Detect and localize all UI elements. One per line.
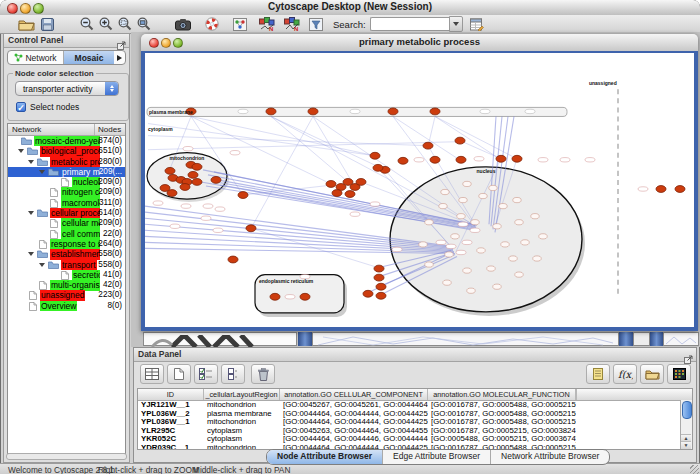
graph-node-small[interactable] <box>439 203 447 208</box>
graph-node-small[interactable] <box>539 234 547 239</box>
background-window-gap[interactable] <box>633 332 650 346</box>
graph-node-small[interactable] <box>471 220 479 225</box>
save-session-button[interactable] <box>41 16 54 32</box>
graph-node-small[interactable] <box>521 240 529 245</box>
select-all-attributes-button[interactable] <box>194 364 218 384</box>
select-nodes-checkbox[interactable]: ✓ <box>16 102 26 112</box>
graph-node-small[interactable] <box>479 193 487 198</box>
graph-node-small[interactable] <box>419 242 427 247</box>
expand-arrow-icon[interactable] <box>28 211 34 215</box>
graph-node[interactable] <box>456 156 466 163</box>
graph-node-small[interactable] <box>467 288 475 293</box>
graph-node[interactable] <box>180 184 190 191</box>
graph-node[interactable] <box>398 157 408 164</box>
graph-node[interactable] <box>423 142 433 149</box>
zoom-in-button[interactable] <box>99 16 113 32</box>
background-window-edge[interactable] <box>298 332 312 346</box>
tree-row[interactable]: secretion41(0) <box>8 270 125 280</box>
tree-row[interactable]: Overview8(0) <box>8 301 125 311</box>
tree-row[interactable]: cellular metabo209(0) <box>8 218 125 228</box>
graph-node-small[interactable] <box>509 256 517 261</box>
graph-node-small[interactable] <box>515 272 523 277</box>
tree-row[interactable]: establishment of lo558(0) <box>8 249 125 259</box>
tree-row[interactable]: primary metabo209(... <box>8 167 125 177</box>
snapshot-button[interactable] <box>175 16 191 32</box>
graph-node-small[interactable] <box>531 214 539 219</box>
graph-node[interactable] <box>246 225 256 232</box>
scroll-down-button[interactable]: ▼ <box>681 441 691 449</box>
graph-node-small[interactable] <box>443 280 451 285</box>
help-button[interactable] <box>205 16 219 32</box>
graph-node[interactable] <box>496 155 506 162</box>
graph-node-small[interactable] <box>489 185 497 190</box>
matrix-browser-button[interactable] <box>667 364 691 384</box>
scrollbar-thumb[interactable] <box>682 401 692 419</box>
more-tabs-button[interactable] <box>114 51 125 64</box>
graph-node[interactable] <box>270 293 280 300</box>
tree-hscrollbar[interactable] <box>6 453 127 460</box>
table-row[interactable]: YPL036W__2plasma membrane[GO:0044464, GO… <box>138 410 692 419</box>
graph-node-small[interactable] <box>445 252 453 257</box>
zoom-out-button[interactable] <box>80 16 94 32</box>
tab-network-attribute-browser[interactable]: Network Attribute Browser <box>490 450 609 464</box>
background-window-edge[interactable] <box>650 332 663 346</box>
graph-node-small[interactable] <box>463 181 471 186</box>
table-row[interactable]: YKR052Ccytoplasm[GO:0044464, GO:0044446,… <box>138 435 692 444</box>
graph-node[interactable] <box>455 137 465 144</box>
table-row[interactable]: YLR295Ccytoplasm[GO:0045263, GO:0044464,… <box>138 427 692 436</box>
create-attribute-button[interactable] <box>167 364 191 384</box>
table-row[interactable]: YJR121W__1mitochondrion[GO:0045267, GO:0… <box>138 401 692 410</box>
tree-row[interactable]: multi-organism pro42(0) <box>8 280 125 290</box>
graph-node-small[interactable] <box>441 189 449 194</box>
import-table-button[interactable] <box>470 16 484 32</box>
graph-node-small[interactable] <box>463 268 471 273</box>
node-color-dropdown[interactable]: transporter activity <box>15 81 119 96</box>
background-window-edge[interactable] <box>619 332 633 346</box>
graph-node[interactable] <box>373 164 383 171</box>
vizmapper-button[interactable]: N <box>259 16 275 32</box>
filter-button[interactable] <box>309 16 323 32</box>
tree-row[interactable]: nitrogen compo209(0) <box>8 187 125 197</box>
tree-row[interactable]: unassigned223(0) <box>8 290 125 300</box>
tree-row[interactable]: cellular process614(0) <box>8 208 125 218</box>
graph-node[interactable] <box>512 155 522 162</box>
graph-node[interactable] <box>370 152 380 159</box>
vizmapper-edit-button[interactable]: N <box>284 16 300 32</box>
graph-node[interactable] <box>300 293 310 300</box>
graph-node[interactable] <box>238 192 248 199</box>
graph-node[interactable] <box>167 190 177 197</box>
graph-node-small[interactable] <box>533 256 541 261</box>
graph-node[interactable] <box>430 108 440 115</box>
attribute-equation-button[interactable]: f(x) <box>613 364 637 384</box>
graph-node-small[interactable] <box>515 220 523 225</box>
tree-row[interactable]: biological_process651(0) <box>8 146 125 156</box>
layout-button[interactable] <box>233 16 247 32</box>
tree-row[interactable]: response to stimul264(0) <box>8 239 125 249</box>
graph-node[interactable] <box>192 163 202 170</box>
graph-node[interactable] <box>188 171 198 178</box>
delete-attribute-button[interactable] <box>251 364 275 384</box>
graph-node-small[interactable] <box>513 197 521 202</box>
graph-node-small[interactable] <box>501 242 509 247</box>
graph-node[interactable] <box>266 108 276 115</box>
attribute-notes-button[interactable] <box>586 364 610 384</box>
tree-row[interactable]: transport558(0) <box>8 260 125 270</box>
graph-node[interactable] <box>363 290 373 297</box>
network-view-titlebar[interactable]: primary metabolic process <box>141 34 698 52</box>
expand-arrow-icon[interactable] <box>28 160 34 164</box>
graph-node[interactable] <box>356 179 366 186</box>
zoom-selected-button[interactable] <box>118 16 132 32</box>
table-row[interactable]: YPL036W__1mitochondrion[GO:0044464, GO:0… <box>138 418 692 427</box>
table-vscrollbar[interactable]: ▲ ▼ <box>680 400 692 449</box>
tree-row[interactable]: macromolecule311(0) <box>8 198 125 208</box>
graph-node-small[interactable] <box>493 224 501 229</box>
col-region[interactable]: _cellularLayoutRegion <box>204 389 280 400</box>
graph-node[interactable] <box>165 167 175 174</box>
graph-node[interactable] <box>675 186 685 193</box>
graph-node-small[interactable] <box>457 214 465 219</box>
zoom-fit-button[interactable] <box>137 16 151 32</box>
tab-network[interactable]: Network <box>8 51 64 64</box>
background-window-logo[interactable] <box>143 332 297 346</box>
expand-arrow-icon[interactable] <box>39 170 45 174</box>
select-attributes-button[interactable] <box>140 364 164 384</box>
